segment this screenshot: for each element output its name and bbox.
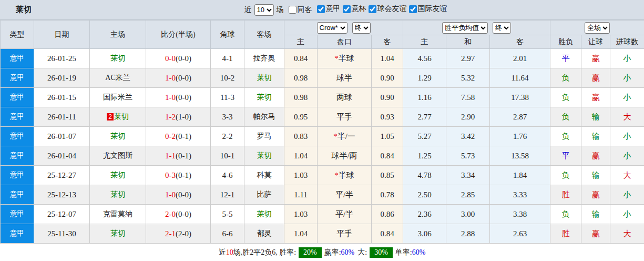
home-team[interactable]: 莱切 xyxy=(90,127,146,146)
league-filter-checkbox[interactable] xyxy=(409,5,417,13)
score[interactable]: 1-0(0-0) xyxy=(146,88,211,107)
avg-home-odds: 2.50 xyxy=(403,185,446,205)
col-avg-away: 客 xyxy=(490,35,550,49)
handicap-outcome: 赢 xyxy=(581,146,610,166)
table-row: 意甲26-01-112莱切1-2(1-0)3-3帕尔马0.95平手0.932.7… xyxy=(1,107,644,127)
away-team[interactable]: 莱切 xyxy=(244,88,284,107)
score[interactable]: 1-0(0-0) xyxy=(146,68,211,88)
avg-home-odds: 5.27 xyxy=(403,127,446,146)
avg-source-select[interactable]: 胜平负均值 xyxy=(442,22,488,34)
handicap-line: 球半 xyxy=(318,68,372,88)
col-date: 日期 xyxy=(34,21,90,49)
score[interactable]: 2-0(0-0) xyxy=(146,205,211,224)
avg-home-odds: 2.36 xyxy=(403,205,446,224)
avg-draw-odds: 3.42 xyxy=(446,127,490,146)
score[interactable]: 0-3(0-1) xyxy=(146,166,211,185)
away-odds: 0.93 xyxy=(372,107,403,127)
odds-time-select[interactable]: 终 xyxy=(352,22,371,34)
home-team[interactable]: 莱切 xyxy=(90,224,146,244)
summary-record: 场,胜2平2负6, 胜率: xyxy=(233,248,296,257)
league-filter-label: 意杯 xyxy=(352,4,366,14)
matches-label: 场 xyxy=(277,5,284,15)
home-team[interactable]: 莱切 xyxy=(90,166,146,185)
league-badge[interactable]: 意甲 xyxy=(1,88,34,107)
league-filter-checkbox[interactable] xyxy=(343,5,351,13)
away-team[interactable]: 拉齐奥 xyxy=(244,49,284,68)
home-team[interactable]: 国际米兰 xyxy=(90,88,146,107)
match-date: 26-01-15 xyxy=(34,88,90,107)
star-marker: * xyxy=(333,132,338,140)
home-odds: 1.04 xyxy=(284,146,318,166)
league-filter-3[interactable]: 国际友谊 xyxy=(409,4,447,14)
table-row: 意甲25-12-07克雷莫纳2-0(0-0)5-5莱切1.03平/半0.862.… xyxy=(1,205,644,224)
score[interactable]: 1-2(1-0) xyxy=(146,107,211,127)
scope-select[interactable]: 全场 xyxy=(585,22,610,34)
league-badge[interactable]: 意甲 xyxy=(1,205,34,224)
corner-score: 4-6 xyxy=(211,166,244,185)
star-marker: * xyxy=(334,54,339,63)
col-result: 胜负 xyxy=(550,35,581,49)
league-filter-checkbox[interactable] xyxy=(369,5,376,13)
avg-time-select[interactable]: 终 xyxy=(493,22,511,34)
full-time-score: 0-3 xyxy=(165,171,176,179)
result-outcome: 负 xyxy=(550,88,581,107)
home-team[interactable]: 莱切 xyxy=(90,49,146,68)
home-team[interactable]: 克雷莫纳 xyxy=(90,205,146,224)
avg-draw-odds: 2.90 xyxy=(446,107,490,127)
handicap-outcome: 输 xyxy=(581,166,610,185)
away-team[interactable]: 莱切 xyxy=(244,205,284,224)
match-date: 26-01-11 xyxy=(34,107,90,127)
home-team[interactable]: 莱切 xyxy=(90,185,146,205)
corner-score: 12-1 xyxy=(211,185,244,205)
page-title: 莱切 xyxy=(16,5,32,15)
away-odds: 0.78 xyxy=(372,185,403,205)
home-team[interactable]: 尤文图斯 xyxy=(90,146,146,166)
home-team-name: 莱切 xyxy=(114,113,129,121)
home-team[interactable]: 2莱切 xyxy=(90,107,146,127)
match-date: 25-12-07 xyxy=(34,205,90,224)
home-odds: 0.98 xyxy=(284,88,318,107)
score[interactable]: 0-0(0-0) xyxy=(146,49,211,68)
full-time-score: 1-2 xyxy=(165,113,176,121)
league-badge[interactable]: 意甲 xyxy=(1,107,34,127)
league-badge[interactable]: 意甲 xyxy=(1,166,34,185)
league-badge[interactable]: 意甲 xyxy=(1,68,34,88)
league-filter-checkbox[interactable] xyxy=(317,5,325,13)
home-odds: 0.84 xyxy=(284,49,318,68)
league-badge[interactable]: 意甲 xyxy=(1,224,34,244)
scope-group-header: 全场 xyxy=(550,21,644,35)
handicap-line: 平手 xyxy=(318,107,372,127)
table-body: 意甲26-01-25莱切0-0(0-0)4-1拉齐奥0.84*半球1.044.5… xyxy=(1,49,644,244)
score[interactable]: 1-1(0-1) xyxy=(146,146,211,166)
score[interactable]: 1-0(0-0) xyxy=(146,185,211,205)
handicap-line: *半球 xyxy=(318,49,372,68)
league-badge[interactable]: 意甲 xyxy=(1,49,34,68)
recent-count-select[interactable]: 10 xyxy=(254,4,274,16)
score[interactable]: 2-1(2-0) xyxy=(146,224,211,244)
away-team[interactable]: 帕尔马 xyxy=(244,107,284,127)
away-team[interactable]: 莱切 xyxy=(244,146,284,166)
handicap-outcome: 赢 xyxy=(581,88,610,107)
league-filter-0[interactable]: 意甲 xyxy=(317,4,341,14)
league-badge[interactable]: 意甲 xyxy=(1,127,34,146)
home-team[interactable]: AC米兰 xyxy=(90,68,146,88)
same-away-checkbox[interactable] xyxy=(289,6,297,14)
corner-score: 6-6 xyxy=(211,224,244,244)
league-filter-1[interactable]: 意杯 xyxy=(343,4,366,14)
league-filter-2[interactable]: 球会友谊 xyxy=(369,4,407,14)
away-team[interactable]: 科莫 xyxy=(244,166,284,185)
same-away-filter[interactable]: 同客 xyxy=(289,5,312,15)
away-team[interactable]: 莱切 xyxy=(244,68,284,88)
away-team[interactable]: 罗马 xyxy=(244,127,284,146)
col-score: 比分(半场) xyxy=(146,21,211,49)
away-team[interactable]: 比萨 xyxy=(244,185,284,205)
away-team[interactable]: 都灵 xyxy=(244,224,284,244)
league-badge[interactable]: 意甲 xyxy=(1,185,34,205)
league-filter-label: 球会友谊 xyxy=(377,4,407,14)
score[interactable]: 0-2(0-1) xyxy=(146,127,211,146)
odds-source-select[interactable]: Crow* xyxy=(317,22,347,34)
handicap-outcome: 赢 xyxy=(581,224,610,244)
league-badge[interactable]: 意甲 xyxy=(1,146,34,166)
away-team-name: 莱切 xyxy=(257,93,272,101)
full-time-score: 1-1 xyxy=(165,152,176,160)
